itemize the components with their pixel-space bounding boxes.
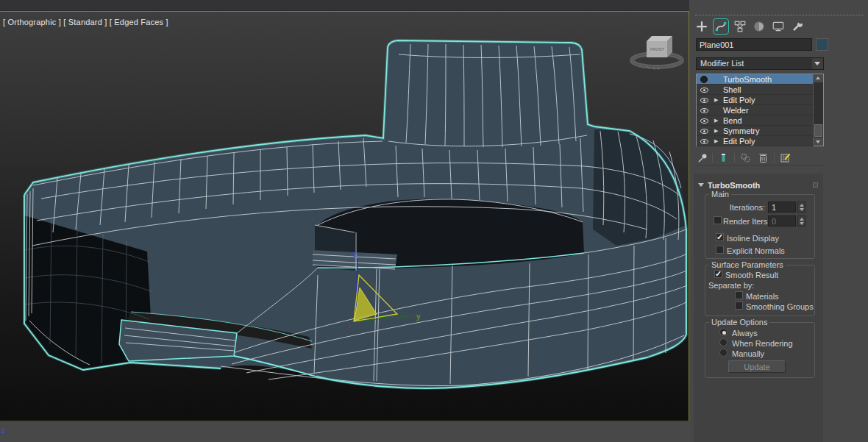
modifier-row-bend[interactable]: ▶ Bend (697, 115, 814, 126)
utilities-wrench-icon[interactable] (791, 20, 804, 33)
eye-icon[interactable] (700, 139, 708, 144)
always-label: Always (732, 329, 758, 338)
toolbar-separator (712, 153, 713, 163)
eye-icon[interactable] (700, 88, 708, 93)
gizmo-y-label: y (416, 313, 421, 321)
display-icon[interactable] (772, 20, 785, 33)
viewcube[interactable]: FRONT (632, 36, 682, 70)
modifier-row-turbosmooth[interactable]: TurboSmooth (697, 74, 814, 85)
when-rendering-radio[interactable] (719, 338, 728, 346)
expand-arrow-icon[interactable]: ▶ (714, 97, 718, 103)
eye-icon[interactable] (700, 118, 708, 124)
hierarchy-icon[interactable] (733, 20, 747, 33)
modifier-row-shell[interactable]: Shell (697, 85, 814, 95)
scroll-up-button[interactable] (814, 74, 823, 82)
explicit-normals-checkbox[interactable] (716, 246, 724, 254)
render-iters-checkbox[interactable] (714, 216, 722, 224)
modifier-label: Shell (723, 85, 741, 94)
gizmo-x-label: x (347, 323, 351, 329)
eye-icon[interactable] (700, 98, 708, 103)
update-button[interactable]: Update (728, 360, 786, 373)
separate-by-label: Separate by: (708, 281, 754, 290)
model-right-inner-face (593, 129, 686, 246)
isoline-display-checkbox[interactable] (716, 233, 724, 241)
eye-icon[interactable] (700, 129, 708, 134)
modifier-list-dropdown[interactable]: Modifier List (696, 57, 824, 70)
modifier-row-editpoly-1[interactable]: ▶ Edit Poly (697, 95, 814, 105)
toolbar-separator (734, 153, 735, 163)
panel-drag-handle[interactable] (695, 15, 864, 15)
chevron-down-icon[interactable] (812, 58, 823, 69)
stack-scrollbar[interactable] (813, 74, 823, 146)
when-rendering-label: When Rendering (732, 339, 793, 348)
modifier-row-symmetry[interactable]: ▶ Symmetry (697, 126, 814, 136)
create-plus-icon[interactable] (695, 20, 708, 33)
toolbar-separator (774, 153, 775, 163)
group-main-label: Main (709, 190, 731, 199)
rollout-collapse-icon (698, 183, 704, 187)
modifier-label: Symmetry (723, 126, 760, 135)
modifier-label: Edit Poly (723, 96, 755, 104)
expand-arrow-icon[interactable]: ▶ (714, 138, 718, 144)
stack-toolbar (696, 151, 824, 165)
modifier-label: Bend (723, 116, 742, 125)
eye-icon[interactable] (700, 108, 708, 113)
modifier-row-editpoly-2[interactable]: ▶ Edit Poly (697, 136, 814, 146)
lower-viewport-sliver[interactable]: z (0, 422, 689, 442)
scene-3d-model[interactable]: z y x FRONT (0, 12, 689, 421)
manually-radio[interactable] (719, 349, 728, 357)
scroll-thumb[interactable] (814, 124, 822, 137)
isoline-display-label: Isoline Display (727, 234, 779, 243)
iterations-label: Iterations: (711, 203, 765, 212)
always-radio[interactable] (719, 328, 728, 336)
modifier-stack-list: TurboSmooth Shell ▶ Edit Poly Welder ▶ B… (696, 74, 824, 146)
modifier-label: Edit Poly (723, 137, 755, 146)
viewport-label[interactable]: [ Orthographic ] [ Standard ] [ Edged Fa… (3, 18, 168, 26)
smooth-result-label: Smooth Result (725, 271, 778, 279)
smoothing-groups-label: Smoothing Groups (746, 302, 814, 311)
modifier-row-welder[interactable]: Welder (697, 105, 814, 115)
manually-label: Manually (732, 349, 764, 358)
remove-modifier-icon[interactable] (758, 152, 769, 163)
scroll-down-button[interactable] (814, 138, 823, 146)
modifier-label: TurboSmooth (723, 75, 772, 84)
viewport[interactable]: z y x FRONT [ Orthographic ] [ Standard … (0, 11, 689, 421)
object-color-swatch[interactable] (816, 38, 828, 51)
lower-viewport-z-axis-label: z (1, 427, 5, 435)
gizmo-z-label: z (353, 250, 357, 258)
object-name-field[interactable] (696, 38, 812, 51)
modify-icon[interactable] (714, 20, 728, 33)
materials-checkbox[interactable] (735, 291, 743, 299)
materials-label: Materials (746, 292, 779, 301)
smoothing-groups-checkbox[interactable] (735, 302, 743, 310)
group-surface-label: Surface Parameters (709, 260, 786, 269)
command-panel: Modifier List TurboSmooth Shell ▶ Edit P… (689, 0, 868, 442)
expand-arrow-icon[interactable]: ▶ (714, 118, 718, 124)
pin-stack-icon[interactable] (697, 152, 708, 163)
smooth-result-checkbox[interactable] (714, 270, 722, 278)
configure-modifier-sets-icon[interactable] (780, 152, 791, 163)
iterations-spinner[interactable] (797, 202, 805, 213)
rollout-title: TurboSmooth (708, 181, 760, 190)
rollout-grip-icon[interactable] (813, 182, 818, 188)
motion-icon[interactable] (753, 20, 766, 33)
render-iters-value[interactable]: 0 (768, 215, 796, 227)
group-update-label: Update Options (709, 318, 769, 327)
viewcube-front-label: FRONT (650, 47, 665, 51)
modifier-label: Welder (723, 106, 749, 115)
explicit-normals-label: Explicit Normals (727, 246, 785, 255)
expand-arrow-icon[interactable]: ▶ (714, 128, 718, 134)
make-unique-icon[interactable] (740, 152, 751, 163)
iterations-value[interactable]: 1 (768, 202, 796, 213)
modifier-list-label: Modifier List (700, 59, 744, 68)
render-iters-label: Render Iters: (723, 217, 765, 226)
show-end-result-icon[interactable] (718, 152, 729, 163)
render-iters-spinner[interactable] (797, 215, 805, 227)
modifier-visibility-icon[interactable] (700, 76, 708, 83)
